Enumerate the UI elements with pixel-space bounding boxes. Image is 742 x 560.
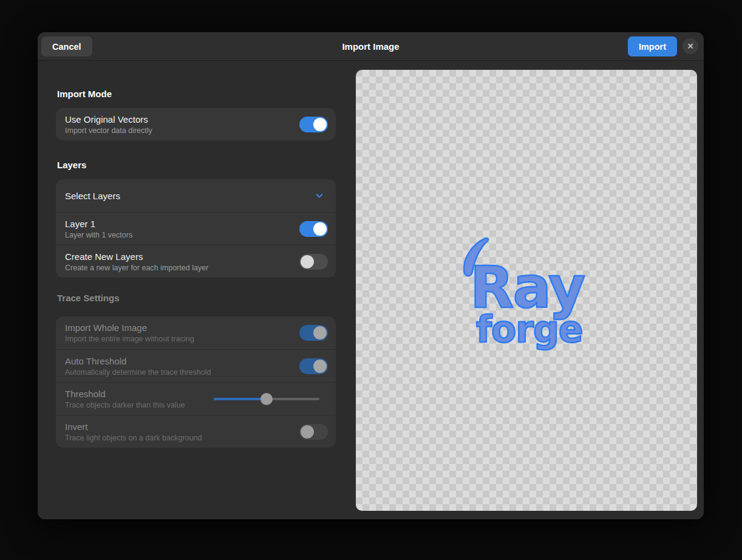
header-bar: Import Image Cancel Import ✕ <box>38 32 704 61</box>
import-mode-group: Use Original Vectors Import vector data … <box>56 108 336 140</box>
use-original-vectors-toggle[interactable] <box>299 117 328 132</box>
row-text: Layer 1 Layer with 1 vectors <box>65 218 299 240</box>
row-text: Invert Trace light objects on a dark bac… <box>65 421 299 443</box>
row-subtitle: Trace objects darker than this value <box>65 400 214 410</box>
row-title: Import Whole Image <box>65 322 299 333</box>
dialog-title: Import Image <box>38 41 704 52</box>
threshold-slider <box>214 393 319 405</box>
row-invert: Invert Trace light objects on a dark bac… <box>56 415 336 448</box>
invert-toggle <box>299 424 328 440</box>
slider-fill <box>214 398 267 400</box>
row-subtitle: Layer with 1 vectors <box>65 230 299 240</box>
row-create-new-layers[interactable]: Create New Layers Create a new layer for… <box>56 245 336 278</box>
row-auto-threshold: Auto Threshold Automatically determine t… <box>56 349 336 382</box>
row-title: Invert <box>65 421 299 432</box>
toggle-knob <box>313 222 327 236</box>
row-import-whole-image: Import Whole Image Import the entire ima… <box>56 316 336 349</box>
import-button[interactable]: Import <box>628 36 677 56</box>
row-title: Threshold <box>65 388 214 400</box>
row-title: Select Layers <box>65 190 315 202</box>
layer-1-toggle[interactable] <box>299 221 328 237</box>
row-subtitle: Trace light objects on a dark background <box>65 433 299 443</box>
chevron-down-icon <box>315 191 324 200</box>
row-title: Use Original Vectors <box>65 114 299 125</box>
row-title: Auto Threshold <box>65 355 299 367</box>
auto-threshold-toggle <box>299 358 328 374</box>
toggle-knob <box>313 118 327 131</box>
rayforge-logo: Ray forge <box>457 234 596 352</box>
toggle-knob <box>301 255 314 268</box>
row-subtitle: Create a new layer for each imported lay… <box>65 263 299 273</box>
trace-settings-heading: Trace Settings <box>57 293 336 303</box>
row-title: Create New Layers <box>65 251 299 262</box>
import-whole-image-toggle <box>299 325 328 341</box>
close-icon: ✕ <box>687 41 694 51</box>
row-text: Import Whole Image Import the entire ima… <box>65 322 299 344</box>
row-text: Use Original Vectors Import vector data … <box>65 114 299 135</box>
logo-text-forge: forge <box>476 308 583 350</box>
row-text: Threshold Trace objects darker than this… <box>65 388 214 410</box>
row-title: Layer 1 <box>65 218 299 230</box>
create-new-layers-toggle[interactable] <box>299 254 328 270</box>
layers-group: Select Layers Layer 1 Layer with 1 vecto… <box>56 179 336 278</box>
row-text: Create New Layers Create a new layer for… <box>65 251 299 273</box>
toggle-knob <box>313 360 327 373</box>
cancel-button[interactable]: Cancel <box>41 36 92 56</box>
row-use-original-vectors[interactable]: Use Original Vectors Import vector data … <box>56 108 336 140</box>
toggle-knob <box>313 326 327 340</box>
close-button[interactable]: ✕ <box>682 38 698 54</box>
row-subtitle: Import the entire image without tracing <box>65 334 299 344</box>
slider-thumb <box>260 393 273 405</box>
settings-pane: Import Mode Use Original Vectors Import … <box>56 61 336 448</box>
row-text: Auto Threshold Automatically determine t… <box>65 355 299 377</box>
row-select-layers[interactable]: Select Layers <box>56 179 336 212</box>
trace-settings-group: Import Whole Image Import the entire ima… <box>56 316 336 448</box>
row-layer-1[interactable]: Layer 1 Layer with 1 vectors <box>56 212 336 245</box>
import-image-dialog: Import Image Cancel Import ✕ Import Mode… <box>38 32 704 519</box>
row-subtitle: Import vector data directly <box>65 126 299 135</box>
toggle-knob <box>301 425 314 439</box>
import-mode-heading: Import Mode <box>57 89 336 99</box>
row-text: Select Layers <box>65 190 315 202</box>
image-preview-panel: Ray forge <box>356 70 697 511</box>
row-threshold: Threshold Trace objects darker than this… <box>56 382 336 415</box>
row-subtitle: Automatically determine the trace thresh… <box>65 367 299 377</box>
layers-heading: Layers <box>57 160 336 170</box>
